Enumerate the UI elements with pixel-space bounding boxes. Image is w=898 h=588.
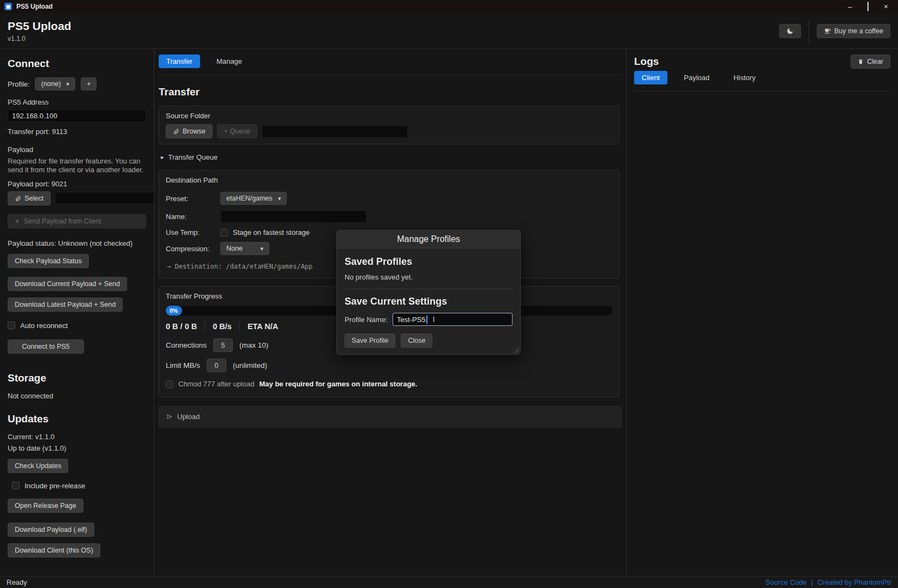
connect-to-ps5-button[interactable]: Connect to PS5: [8, 340, 84, 354]
profile-name-label: Profile Name:: [345, 316, 388, 324]
updates-section-title: Updates: [8, 413, 146, 425]
open-release-page-button[interactable]: Open Release Page: [8, 499, 83, 513]
download-payload-elf-button[interactable]: Download Payload (.elf): [8, 523, 94, 537]
window-title: PS5 Upload: [16, 3, 53, 10]
eta-text: ETA N/A: [248, 322, 278, 331]
upload-button[interactable]: Upload: [159, 406, 622, 427]
browse-button[interactable]: Browse: [166, 124, 213, 138]
app-header: PS5 Upload v1.1.0 Buy me a coffee: [0, 13, 898, 49]
logs-tab-history[interactable]: History: [726, 71, 763, 84]
check-payload-status-button[interactable]: Check Payload Status: [8, 254, 89, 268]
profile-name-input[interactable]: Test-PS5 I: [393, 313, 513, 326]
tab-manage[interactable]: Manage: [209, 54, 250, 68]
logs-panel: Logs Clear Client Payload History: [626, 49, 898, 576]
payload-section-title: Payload: [8, 146, 146, 154]
auto-reconnect-checkbox[interactable]: [8, 322, 15, 329]
tabs-divider: [159, 75, 622, 75]
chevron-down-icon: ▾: [278, 195, 281, 202]
buy-me-a-coffee-button[interactable]: Buy me a coffee: [817, 24, 890, 38]
progress-value: 0%: [166, 306, 182, 316]
use-temp-label: Use Temp:: [166, 228, 220, 237]
check-updates-button[interactable]: Check Updates: [8, 459, 68, 473]
stat-divider: [204, 322, 205, 331]
compression-select[interactable]: None ▾: [220, 242, 269, 255]
save-profile-button[interactable]: Save Profile: [345, 334, 395, 348]
auto-reconnect-label: Auto reconnect: [20, 322, 68, 330]
header-titles: PS5 Upload v1.1.0: [8, 19, 71, 42]
minimize-icon[interactable]: –: [848, 0, 852, 13]
app-version: v1.1.0: [8, 35, 71, 43]
ps5-address-input[interactable]: [8, 110, 146, 122]
connections-max-text: (max 10): [239, 341, 268, 349]
logs-tab-payload[interactable]: Payload: [676, 71, 717, 84]
transfer-port-text: Transfer port: 9113: [8, 128, 146, 136]
payload-status-text: Payload status: Unknown (not checked): [8, 239, 146, 247]
transfer-queue-label: Transfer Queue: [168, 153, 218, 161]
connections-input[interactable]: [213, 338, 233, 352]
profile-selected-value: (none): [41, 80, 61, 88]
paperclip-icon: [15, 195, 21, 202]
ibeam-cursor-icon: I: [433, 315, 435, 324]
source-folder-panel: Source Folder Browse + Queue: [159, 106, 619, 144]
moon-icon: [786, 27, 794, 35]
page-title: PS5 Upload: [8, 19, 71, 33]
use-temp-checkbox[interactable]: [220, 229, 228, 237]
log-output-area[interactable]: [634, 92, 890, 506]
clear-logs-label: Clear: [867, 58, 883, 65]
include-prerelease-label: Include pre-release: [25, 482, 85, 490]
updates-current-text: Current: v1.1.0: [8, 433, 146, 441]
upload-label: Upload: [177, 413, 200, 421]
credit-link[interactable]: Created by PhantomPtr: [817, 578, 891, 586]
connections-label: Connections: [166, 341, 207, 349]
preset-select[interactable]: etaHEN/games ▾: [220, 192, 287, 205]
logs-tab-client[interactable]: Client: [634, 71, 667, 84]
titlebar: ▣ PS5 Upload – ×: [0, 0, 898, 13]
add-to-queue-button[interactable]: + Queue: [217, 124, 257, 138]
download-client-button[interactable]: Download Client (this OS): [8, 543, 100, 557]
storage-status-text: Not connected: [8, 392, 146, 400]
maximize-icon[interactable]: [867, 0, 869, 13]
limit-input[interactable]: [207, 359, 226, 372]
saved-profiles-title: Saved Profiles: [345, 256, 513, 268]
app-icon: ▣: [4, 3, 12, 10]
text-caret: [426, 316, 427, 324]
payload-description: Required for file transfer features. You…: [8, 157, 146, 174]
include-prerelease-checkbox[interactable]: [12, 482, 20, 489]
close-icon[interactable]: ×: [884, 0, 888, 13]
upload-icon: [166, 413, 173, 420]
payload-path-input[interactable]: [55, 192, 154, 204]
select-payload-button[interactable]: Select: [8, 191, 51, 205]
header-divider: [809, 20, 809, 42]
stat-divider: [239, 322, 240, 331]
download-latest-payload-button[interactable]: Download Latest Payload + Send: [8, 298, 123, 312]
browse-label: Browse: [183, 128, 206, 135]
compression-selected-value: None: [226, 245, 243, 252]
profile-select[interactable]: (none) ▾: [35, 77, 75, 90]
download-current-payload-button[interactable]: Download Current Payload + Send: [8, 277, 127, 291]
coffee-icon: [824, 27, 831, 34]
use-temp-option-label: Stage on fastest storage: [233, 228, 310, 237]
source-code-link[interactable]: Source Code: [766, 578, 807, 586]
save-current-settings-title: Save Current Settings: [345, 296, 513, 307]
clear-logs-button[interactable]: Clear: [851, 54, 890, 69]
folder-icon: [173, 128, 179, 135]
select-payload-label: Select: [25, 195, 44, 202]
preset-label: Preset:: [166, 195, 220, 203]
close-dialog-button[interactable]: Close: [401, 334, 432, 348]
transfer-queue-toggle[interactable]: ▸ Transfer Queue: [161, 153, 619, 161]
resize-grip-icon[interactable]: [513, 347, 519, 353]
add-profile-button[interactable]: +: [81, 77, 97, 90]
manage-profiles-dialog: Manage Profiles Saved Profiles No profil…: [336, 230, 521, 355]
buy-me-a-coffee-label: Buy me a coffee: [834, 27, 883, 35]
name-input[interactable]: [220, 210, 366, 223]
dialog-title[interactable]: Manage Profiles: [337, 231, 520, 248]
profile-label: Profile:: [8, 80, 29, 88]
chmod-checkbox[interactable]: [166, 380, 173, 388]
trash-icon: [858, 58, 864, 65]
theme-toggle-button[interactable]: [779, 24, 801, 38]
destination-path-title: Destination Path: [166, 176, 612, 184]
source-path-input[interactable]: [262, 125, 408, 138]
send-payload-button[interactable]: Send Payload from Client: [8, 214, 146, 228]
payload-port-text: Payload port: 9021: [8, 180, 146, 188]
tab-transfer[interactable]: Transfer: [159, 54, 200, 68]
